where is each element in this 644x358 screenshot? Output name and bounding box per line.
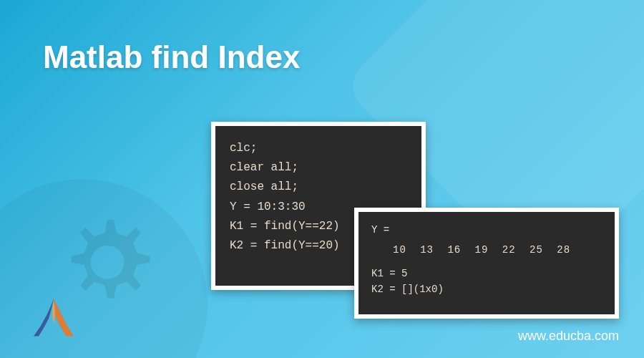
code-line: clear all; xyxy=(230,158,407,178)
output-line: Y = xyxy=(371,222,602,238)
matlab-logo-icon xyxy=(29,294,79,344)
code-line: close all; xyxy=(230,178,407,197)
code-line: clc; xyxy=(230,139,407,158)
output-line: K1 = 5 xyxy=(371,266,602,281)
output-line: K2 = [](1x0) xyxy=(371,281,602,297)
output-values: 10 13 16 19 22 25 28 xyxy=(371,242,602,258)
site-url: www.educba.com xyxy=(518,329,619,344)
code-output-box: Y = 10 13 16 19 22 25 28 K1 = 5 K2 = [](… xyxy=(354,208,619,319)
page-title: Matlab find Index xyxy=(43,39,300,75)
